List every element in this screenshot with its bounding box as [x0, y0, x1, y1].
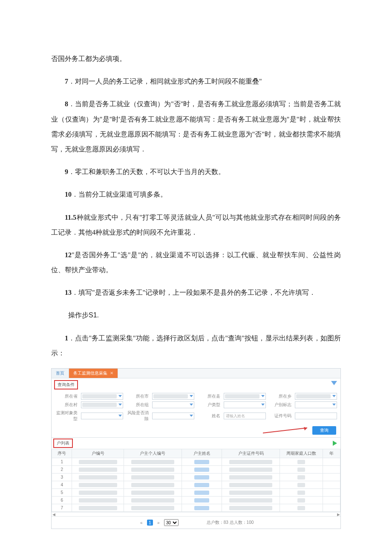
table-row[interactable]: 3 — [52, 474, 340, 481]
province-select[interactable] — [81, 393, 123, 400]
para-11: 11.5种就业形式中，只有"打零工等灵活就业人员"可以与其他就业形式存在相同时间… — [51, 210, 341, 240]
text: ．点击"务工监测采集"功能，选择行政区划后，点击"查询"按钮，显示出结果列表，如… — [51, 334, 341, 357]
scroll-left-icon[interactable]: ◀ — [52, 513, 56, 516]
tab-active[interactable]: 务工监测信息采集✕ — [69, 369, 118, 378]
filter-label: 姓名 — [198, 413, 220, 419]
tab-home[interactable]: 首页 — [52, 369, 69, 378]
monitor-type-select[interactable] — [81, 413, 123, 419]
table-row[interactable]: 1 — [52, 458, 340, 466]
num: 9 — [65, 168, 68, 175]
collapse-icon[interactable] — [331, 381, 337, 385]
cell-seq: 3 — [52, 474, 72, 481]
filter-label: 风险是否消除 — [127, 410, 149, 422]
pager-totals: 总户数：83 总人数：100 — [207, 520, 254, 526]
cell-seq: 2 — [52, 466, 72, 474]
cell — [280, 466, 323, 474]
house-type-select[interactable] — [224, 401, 266, 408]
result-table: 序号 户编号 户主个人编号 户主姓名 户主证件号码 周期家庭人口数 年 1234… — [52, 449, 340, 512]
cell — [323, 489, 340, 497]
col-house-no[interactable]: 户编号 — [72, 449, 124, 458]
page-first-button[interactable]: « — [138, 520, 144, 526]
cell — [72, 458, 124, 466]
cell — [323, 497, 340, 504]
col-head-id[interactable]: 户主证件号码 — [222, 449, 280, 458]
text: ．对同一人员的务工记录，相同就业形式的务工时间段不能重叠" — [68, 78, 262, 85]
chevron-down-icon — [118, 395, 122, 397]
cell — [280, 497, 323, 504]
page-next-button[interactable]: » — [156, 520, 161, 526]
col-seq[interactable]: 序号 — [52, 449, 72, 458]
filter-label: 所在乡 — [269, 393, 292, 399]
svg-line-0 — [263, 428, 307, 433]
county-select[interactable] — [224, 393, 266, 400]
col-head-name[interactable]: 户主姓名 — [182, 449, 222, 458]
para-8: 8．当前是否务工就业（仅查询）为"否"时，是否有务工就业意愿必须填写；当前是否务… — [51, 96, 341, 157]
cell — [72, 504, 124, 512]
house-list-tab[interactable]: 户列表 — [53, 439, 73, 448]
para-12: 12"是否国外务工"选"是"的，就业渠道不可以选择：以工代赈、就业帮扶车间、公益… — [51, 247, 341, 277]
cell — [72, 466, 124, 474]
search-button[interactable]: 查询 — [312, 426, 336, 435]
col-family-size[interactable]: 周期家庭人口数 — [280, 449, 323, 458]
table-row[interactable]: 6 — [52, 497, 340, 504]
cell — [280, 474, 323, 481]
chevron-down-icon — [261, 395, 265, 397]
cell — [124, 466, 182, 474]
city-select[interactable] — [152, 393, 194, 400]
cell-seq: 5 — [52, 489, 72, 497]
risk-cleared-select[interactable] — [152, 413, 194, 419]
cell — [280, 458, 323, 466]
text: ．零工和兼职务工的天数，不可以大于当月的天数。 — [68, 168, 225, 175]
table-row[interactable]: 2 — [52, 466, 340, 474]
num: 8 — [65, 100, 68, 108]
chevron-down-icon — [190, 415, 193, 417]
filter-label: 户类型 — [198, 402, 220, 408]
chevron-down-icon — [118, 404, 122, 406]
cell — [72, 489, 124, 497]
page-size-select[interactable]: 30 — [164, 519, 179, 526]
expand-icon[interactable] — [333, 441, 337, 446]
town-select[interactable] — [295, 393, 337, 400]
filter-label: 所在村 — [55, 402, 78, 408]
text: 种就业形式中，只有"打零工等灵活就业人员"可以与其他就业形式存在相同时间段的务工… — [51, 214, 341, 236]
filter-label: 监测对象类型 — [55, 410, 78, 422]
id-input[interactable] — [295, 413, 337, 419]
cell — [182, 481, 222, 489]
cell — [280, 489, 323, 497]
cell — [124, 458, 182, 466]
table-row[interactable]: 5 — [52, 489, 340, 497]
close-icon[interactable]: ✕ — [110, 371, 113, 375]
text: S1. — [89, 311, 99, 319]
cell — [222, 458, 280, 466]
house-flag-select[interactable] — [295, 401, 337, 408]
table-row[interactable]: 7 — [52, 504, 340, 512]
num: 7 — [65, 78, 68, 85]
village-select[interactable] — [81, 401, 123, 408]
para-9: 9．零工和兼职务工的天数，不可以大于当月的天数。 — [51, 164, 341, 179]
filter-area: 所在省 所在市 所在县 所在乡 所在村 所在组 户类型 户别标志 监测对象类型 … — [52, 391, 340, 424]
num: 1 — [65, 334, 68, 342]
num: 13 — [65, 289, 72, 296]
group-select[interactable] — [152, 401, 194, 408]
para-7: 7．对同一人员的务工记录，相同就业形式的务工时间段不能重叠" — [51, 74, 341, 89]
scroll-right-icon[interactable]: ▶ — [336, 513, 340, 516]
cell — [124, 481, 182, 489]
step-title: 操作步S1. — [51, 308, 341, 323]
tab-bar: 首页 务工监测信息采集✕ — [52, 369, 340, 378]
cell — [222, 489, 280, 497]
cell — [323, 466, 340, 474]
col-year[interactable]: 年 — [323, 449, 340, 458]
annotation-arrow — [263, 427, 310, 434]
name-input[interactable]: 请输入姓名 — [224, 413, 266, 419]
horizontal-scrollbar[interactable]: ◀ ▶ — [52, 512, 340, 516]
page-current[interactable]: 1 — [147, 520, 153, 526]
col-person-no[interactable]: 户主个人编号 — [124, 449, 182, 458]
table-row[interactable]: 4 — [52, 481, 340, 489]
filter-label: 所在省 — [55, 393, 78, 399]
screenshot-figure: 首页 务工监测信息采集✕ 查询条件 所在省 所在市 所在县 所在乡 所在村 所在… — [51, 368, 341, 529]
cell — [222, 474, 280, 481]
cell — [323, 481, 340, 489]
cell — [182, 504, 222, 512]
text: "是否国外务工"选"是"的，就业渠道不可以选择：以工代赈、就业帮扶车间、公益性岗… — [51, 251, 341, 273]
filter-label: 所在县 — [198, 393, 220, 399]
